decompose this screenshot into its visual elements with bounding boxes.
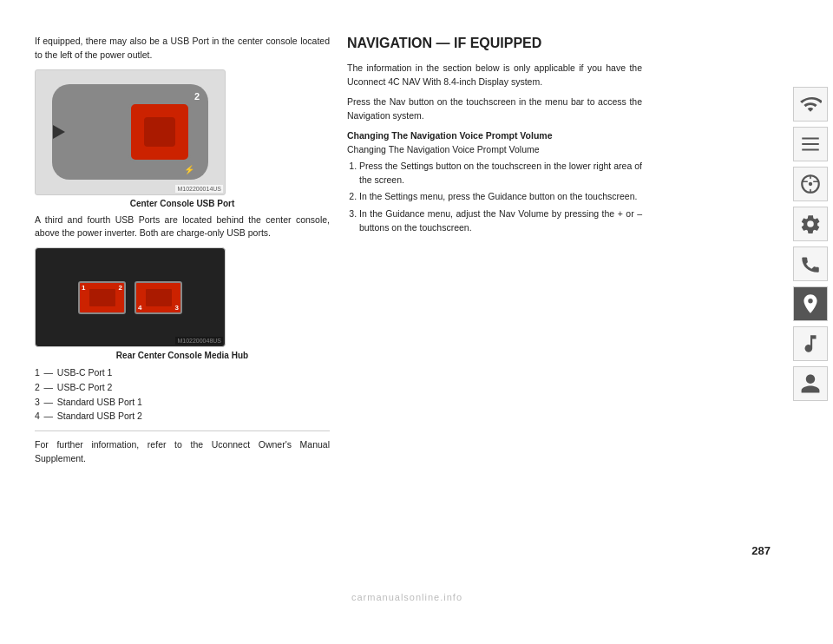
rear-model-number: M102200048US bbox=[175, 337, 223, 345]
usb-symbol: ⚡ bbox=[184, 165, 194, 174]
intro-text: If equipped, there may also be a USB Por… bbox=[35, 35, 330, 62]
steps-list: Press the Settings button on the touchsc… bbox=[359, 160, 642, 235]
body-text: A third and fourth USB Ports are located… bbox=[35, 214, 330, 241]
icon-box-5 bbox=[793, 246, 828, 281]
nav-button-text: Press the Nav button on the touchscreen … bbox=[347, 95, 642, 123]
steering-icon bbox=[799, 173, 822, 195]
port-item-3: 3 — Standard USB Port 1 bbox=[35, 395, 330, 410]
rear-console-image: 1 2 4 3 M102200048US bbox=[35, 247, 226, 347]
further-info-text: For further information, refer to the Uc… bbox=[35, 438, 330, 466]
icon-box-4 bbox=[793, 207, 828, 241]
person-icon bbox=[799, 372, 822, 395]
page-number-row: 287 bbox=[35, 544, 779, 566]
port-item-4: 4 — Standard USB Port 2 bbox=[35, 409, 330, 424]
port-num: 4 bbox=[35, 409, 40, 424]
nav-active-icon bbox=[799, 292, 822, 315]
right-column: NAVIGATION — IF EQUIPPED The information… bbox=[347, 35, 642, 544]
port-num-2: 2 bbox=[119, 284, 122, 292]
icon-box-3 bbox=[793, 167, 828, 201]
port-num-4: 4 bbox=[138, 304, 141, 312]
icon-box-2 bbox=[793, 127, 828, 161]
port-label: Standard USB Port 2 bbox=[57, 409, 142, 424]
step-3: In the Guidance menu, adjust the Nav Vol… bbox=[359, 207, 642, 235]
icon-box-1 bbox=[793, 87, 828, 122]
red-usb-port bbox=[128, 102, 191, 162]
music-icon bbox=[799, 332, 822, 355]
page-number: 287 bbox=[751, 544, 771, 557]
port-num-3: 3 bbox=[175, 304, 179, 312]
model-number: M102200014US bbox=[175, 185, 223, 193]
svg-point-1 bbox=[809, 182, 812, 186]
port-num: 1 bbox=[35, 365, 40, 380]
subsection-title-repeat: Changing The Navigation Voice Prompt Vol… bbox=[347, 144, 642, 154]
port-label: USB-C Port 1 bbox=[57, 365, 113, 380]
step-2: In the Settings menu, press the Guidance… bbox=[359, 190, 642, 204]
right-icons-column bbox=[788, 35, 833, 609]
port-label: USB-C Port 2 bbox=[57, 380, 113, 395]
port-num: 2 bbox=[35, 380, 40, 395]
section-title: NAVIGATION — IF EQUIPPED bbox=[347, 35, 642, 53]
hub-port-1-2: 1 2 bbox=[78, 281, 126, 314]
icon-box-8 bbox=[793, 366, 828, 401]
hub-port-3-4: 4 3 bbox=[134, 281, 182, 314]
left-column: If equipped, there may also be a USB Por… bbox=[35, 35, 330, 544]
arrow-indicator bbox=[53, 125, 65, 139]
lines-icon bbox=[799, 133, 822, 155]
watermark-row: carmanualsonline.info bbox=[35, 592, 779, 609]
icon-box-6-active bbox=[793, 286, 828, 321]
rear-console-caption: Rear Center Console Media Hub bbox=[35, 351, 330, 360]
watermark-text: carmanualsonline.info bbox=[351, 592, 462, 602]
port-num: 3 bbox=[35, 395, 40, 410]
nav-intro-text: The information in the section below is … bbox=[347, 62, 642, 89]
center-console-image: ⚡ 2 M102200014US bbox=[35, 69, 226, 195]
port-label: Standard USB Port 1 bbox=[57, 395, 142, 410]
port-list: 1 — USB-C Port 1 2 — USB-C Port 2 3 — St… bbox=[35, 365, 330, 431]
center-console-caption: Center Console USB Port bbox=[35, 199, 330, 208]
step-1: Press the Settings button on the touchsc… bbox=[359, 160, 642, 187]
subsection-title: Changing The Navigation Voice Prompt Vol… bbox=[347, 130, 642, 141]
icon-box-7 bbox=[793, 326, 828, 361]
port-item-1: 1 — USB-C Port 1 bbox=[35, 365, 330, 380]
port-num-1: 1 bbox=[82, 284, 85, 292]
phone-icon bbox=[799, 253, 822, 275]
settings-icon bbox=[799, 213, 822, 235]
port-item-2: 2 — USB-C Port 2 bbox=[35, 380, 330, 395]
port-number-2: 2 bbox=[194, 91, 200, 102]
wifi-icon bbox=[799, 93, 822, 115]
